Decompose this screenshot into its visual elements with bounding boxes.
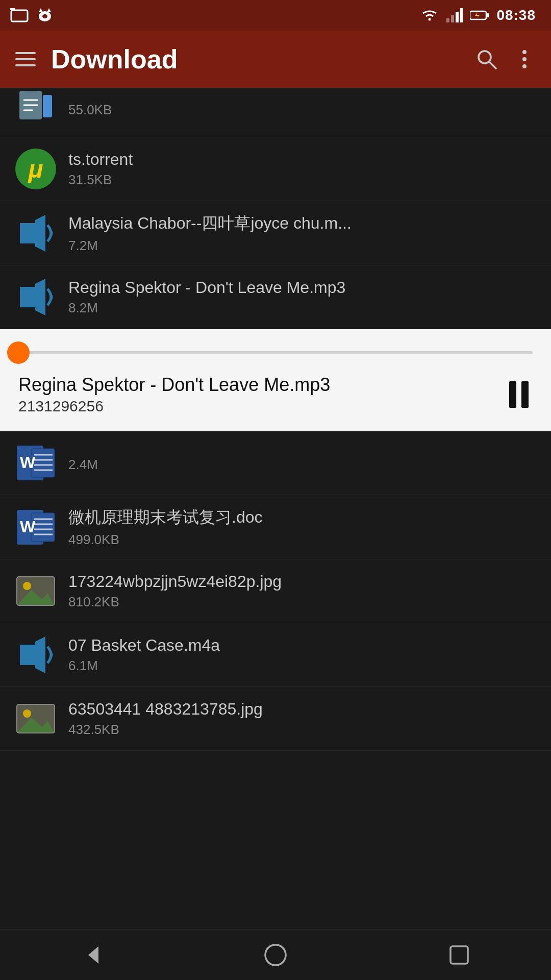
back-icon: [79, 942, 105, 968]
file-name: Malaysia Chabor--四叶草joyce chu.m...: [68, 212, 502, 235]
list-item[interactable]: Malaysia Chabor--四叶草joyce chu.m... 7.2M: [0, 201, 551, 265]
status-time: 08:38: [496, 7, 536, 23]
pause-bar-right: [521, 381, 529, 408]
file-size: 810.2KB: [68, 594, 536, 610]
svg-point-17: [522, 64, 527, 68]
file-size: 31.5KB: [68, 172, 536, 188]
status-icons: 08:38: [420, 7, 536, 23]
svg-rect-8: [456, 12, 459, 22]
svg-line-14: [489, 62, 496, 68]
file-name: Regina Spektor - Don't Leave Me.mp3: [68, 278, 502, 297]
pause-button[interactable]: [505, 377, 533, 412]
list-item[interactable]: Regina Spektor - Don't Leave Me.mp3 8.2M: [0, 265, 551, 329]
list-item[interactable]: 173224wbpzjjn5wz4ei82p.jpg 810.2KB: [0, 559, 551, 623]
recent-apps-button[interactable]: [436, 932, 482, 978]
media-title: Regina Spektor - Don't Leave Me.mp3: [18, 374, 505, 396]
svg-marker-12: [475, 12, 480, 19]
audio-icon: [15, 277, 56, 317]
svg-rect-6: [446, 18, 449, 22]
svg-point-52: [265, 945, 286, 965]
svg-marker-4: [47, 8, 51, 12]
file-name: 微机原理期末考试复习.doc: [68, 506, 502, 529]
status-bar: 08:38: [0, 0, 551, 31]
svg-point-5: [42, 14, 47, 18]
progress-track[interactable]: [18, 351, 533, 354]
file-info: 55.0KB: [68, 99, 536, 118]
torrent-icon: μ: [15, 149, 56, 189]
more-options-icon[interactable]: [513, 48, 536, 70]
file-info: 2.4M: [68, 454, 536, 473]
svg-rect-9: [460, 8, 463, 22]
svg-marker-51: [88, 946, 98, 964]
bottom-nav: [0, 929, 551, 980]
torrent-letter: μ: [29, 155, 43, 183]
file-size: 499.0KB: [68, 532, 536, 548]
file-type-icon: [15, 88, 56, 129]
word-icon: W: [15, 507, 56, 548]
file-size: 432.5KB: [68, 722, 536, 738]
file-info: Regina Spektor - Don't Leave Me.mp3 8.2M: [68, 278, 536, 316]
menu-button[interactable]: [15, 52, 36, 66]
file-name: 63503441 4883213785.jpg: [68, 700, 502, 719]
back-button[interactable]: [69, 932, 115, 978]
battery-icon: [470, 10, 489, 21]
svg-text:W: W: [20, 518, 36, 536]
image-file-icon: [15, 571, 56, 611]
svg-point-15: [522, 50, 527, 54]
app-bar: Download: [0, 31, 551, 88]
svg-marker-46: [35, 636, 45, 673]
svg-rect-0: [11, 10, 28, 21]
word-icon: W: [15, 443, 56, 483]
svg-marker-24: [35, 215, 45, 252]
svg-point-42: [23, 582, 31, 590]
svg-point-48: [23, 709, 31, 718]
home-icon: [263, 942, 288, 968]
svg-point-16: [522, 57, 527, 61]
wifi-icon: [420, 8, 439, 22]
file-size: 6.1M: [68, 658, 536, 674]
file-name: 07 Basket Case.m4a: [68, 636, 502, 655]
progress-container[interactable]: [18, 344, 533, 362]
file-info: 07 Basket Case.m4a 6.1M: [68, 636, 536, 674]
media-info-row: Regina Spektor - Don't Leave Me.mp3 2131…: [18, 374, 533, 415]
signal-icon: [446, 8, 463, 22]
file-info: 173224wbpzjjn5wz4ei82p.jpg 810.2KB: [68, 572, 536, 610]
list-item[interactable]: W 微机原理期末考试复习.doc 499.0KB: [0, 495, 551, 559]
audio-icon: [15, 634, 56, 675]
file-info: 63503441 4883213785.jpg 432.5KB: [68, 700, 536, 738]
page-title: Download: [51, 44, 460, 75]
list-item[interactable]: 07 Basket Case.m4a 6.1M: [0, 623, 551, 687]
file-size: 8.2M: [68, 300, 536, 316]
svg-rect-53: [450, 946, 468, 964]
file-list-below: W 2.4M W 微机原理期末考试复习.doc: [0, 431, 551, 751]
cat-icon: [37, 7, 53, 23]
list-item[interactable]: μ ts.torrent 31.5KB: [0, 137, 551, 201]
svg-text:W: W: [20, 453, 36, 472]
list-item[interactable]: 55.0KB: [0, 88, 551, 137]
file-list: 55.0KB μ ts.torrent 31.5KB Malaysia Chab…: [0, 88, 551, 329]
list-item[interactable]: W 2.4M: [0, 431, 551, 495]
file-info: 微机原理期末考试复习.doc 499.0KB: [68, 506, 536, 548]
file-name: ts.torrent: [68, 150, 502, 169]
audio-icon: [15, 213, 56, 254]
status-left-icons: [10, 7, 53, 23]
media-player: Regina Spektor - Don't Leave Me.mp3 2131…: [0, 329, 551, 431]
svg-rect-19: [43, 95, 52, 117]
svg-marker-3: [39, 8, 43, 12]
svg-rect-11: [487, 13, 489, 17]
home-button[interactable]: [253, 932, 298, 978]
svg-rect-1: [10, 8, 15, 10]
file-size: 2.4M: [68, 457, 536, 473]
pause-bar-left: [509, 381, 516, 408]
list-item[interactable]: 63503441 4883213785.jpg 432.5KB: [0, 687, 551, 751]
svg-rect-7: [451, 15, 454, 22]
svg-marker-26: [35, 279, 45, 315]
image-file-icon: [15, 698, 56, 739]
progress-thumb[interactable]: [7, 341, 30, 364]
svg-marker-45: [20, 645, 35, 665]
file-size: 7.2M: [68, 238, 536, 254]
svg-marker-25: [20, 287, 35, 307]
media-subtitle: 2131296256: [18, 398, 505, 415]
svg-marker-23: [20, 223, 35, 243]
search-icon[interactable]: [475, 48, 498, 70]
